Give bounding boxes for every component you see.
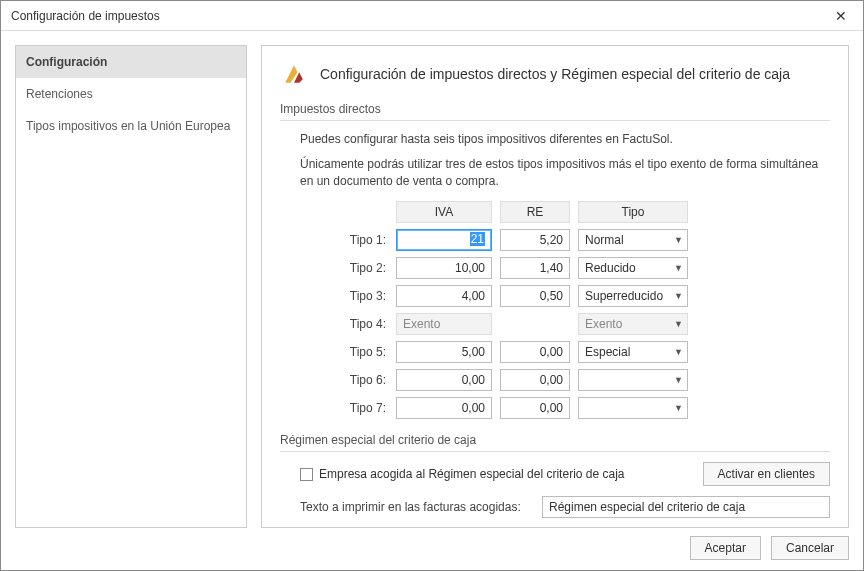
row-label: Tipo 4:: [320, 317, 396, 331]
col-header-iva: IVA: [396, 201, 492, 223]
chevron-down-icon: ▼: [674, 291, 683, 301]
sidebar-item-label: Tipos impositivos en la Unión Europea: [26, 119, 230, 133]
table-header-row: IVA RE Tipo: [320, 199, 830, 225]
col-header-tipo: Tipo: [578, 201, 688, 223]
sidebar: Configuración Retenciones Tipos impositi…: [15, 45, 247, 528]
tipo-value: Especial: [585, 345, 630, 359]
iva-input[interactable]: [396, 369, 492, 391]
checkbox-row: Empresa acogida al Régimen especial del …: [300, 462, 830, 486]
sidebar-item-label: Retenciones: [26, 87, 93, 101]
tipo-value: Exento: [585, 317, 622, 331]
row-label: Tipo 7:: [320, 401, 396, 415]
tipo-select: Exento ▼: [578, 313, 688, 335]
desc-2: Únicamente podrás utilizar tres de estos…: [300, 156, 830, 190]
titlebar: Configuración de impuestos ✕: [1, 1, 863, 31]
chevron-down-icon: ▼: [674, 235, 683, 245]
table-row: Tipo 7: ▼: [320, 395, 830, 421]
table-row: Tipo 4: Exento ▼: [320, 311, 830, 337]
tipo-select[interactable]: Normal ▼: [578, 229, 688, 251]
iva-input[interactable]: [396, 285, 492, 307]
row-label: Tipo 5:: [320, 345, 396, 359]
window-title: Configuración de impuestos: [11, 9, 160, 23]
iva-input[interactable]: [396, 341, 492, 363]
texto-label: Texto a imprimir en las facturas acogida…: [300, 500, 530, 514]
tipo-value: Superreducido: [585, 289, 663, 303]
re-input[interactable]: [500, 397, 570, 419]
tipo-select[interactable]: ▼: [578, 397, 688, 419]
re-input[interactable]: [500, 341, 570, 363]
iva-input[interactable]: [396, 257, 492, 279]
close-icon[interactable]: ✕: [818, 1, 863, 31]
table-row: Tipo 1: 21 Normal ▼: [320, 227, 830, 253]
section-impuestos-label: Impuestos directos: [280, 102, 830, 121]
ok-button[interactable]: Aceptar: [690, 536, 761, 560]
dialog-body: Configuración Retenciones Tipos impositi…: [1, 31, 863, 528]
sidebar-item-configuracion[interactable]: Configuración: [16, 46, 246, 78]
re-input[interactable]: [500, 229, 570, 251]
section-regimen: Régimen especial del criterio de caja Em…: [280, 433, 830, 518]
table-row: Tipo 2: Reducido ▼: [320, 255, 830, 281]
checkbox-empresa-acogida[interactable]: [300, 468, 313, 481]
row-label: Tipo 2:: [320, 261, 396, 275]
chevron-down-icon: ▼: [674, 263, 683, 273]
sidebar-item-tipos-ue[interactable]: Tipos impositivos en la Unión Europea: [16, 110, 246, 142]
chevron-down-icon: ▼: [674, 403, 683, 413]
texto-row: Texto a imprimir en las facturas acogida…: [300, 496, 830, 518]
chevron-down-icon: ▼: [674, 347, 683, 357]
tax-logo-icon: [280, 60, 308, 88]
sidebar-item-retenciones[interactable]: Retenciones: [16, 78, 246, 110]
iva-input[interactable]: [396, 397, 492, 419]
tipo-value: Normal: [585, 233, 624, 247]
tipo-select[interactable]: Superreducido ▼: [578, 285, 688, 307]
table-row: Tipo 6: ▼: [320, 367, 830, 393]
row-label: Tipo 1:: [320, 233, 396, 247]
tax-table: IVA RE Tipo Tipo 1: 21 Normal ▼ Tipo 2:: [320, 199, 830, 421]
cancel-button[interactable]: Cancelar: [771, 536, 849, 560]
chevron-down-icon: ▼: [674, 319, 683, 329]
chevron-down-icon: ▼: [674, 375, 683, 385]
page-title: Configuración de impuestos directos y Ré…: [320, 66, 790, 82]
tipo-select[interactable]: Especial ▼: [578, 341, 688, 363]
tipo-select[interactable]: Reducido ▼: [578, 257, 688, 279]
row-label: Tipo 6:: [320, 373, 396, 387]
main-panel: Configuración de impuestos directos y Ré…: [261, 45, 849, 528]
texto-input[interactable]: [542, 496, 830, 518]
tipo-value: Reducido: [585, 261, 636, 275]
desc-1: Puedes configurar hasta seis tipos impos…: [300, 131, 830, 148]
re-input[interactable]: [500, 257, 570, 279]
col-header-re: RE: [500, 201, 570, 223]
iva-input: [396, 313, 492, 335]
section-regimen-label: Régimen especial del criterio de caja: [280, 433, 830, 452]
tipo-select[interactable]: ▼: [578, 369, 688, 391]
main-header: Configuración de impuestos directos y Ré…: [280, 60, 830, 88]
re-input[interactable]: [500, 369, 570, 391]
sidebar-item-label: Configuración: [26, 55, 107, 69]
row-label: Tipo 3:: [320, 289, 396, 303]
dialog-footer: Aceptar Cancelar: [1, 528, 863, 568]
iva-input[interactable]: [396, 229, 492, 251]
re-input[interactable]: [500, 285, 570, 307]
activar-clientes-button[interactable]: Activar en clientes: [703, 462, 830, 486]
checkbox-label: Empresa acogida al Régimen especial del …: [319, 467, 625, 481]
table-row: Tipo 3: Superreducido ▼: [320, 283, 830, 309]
table-row: Tipo 5: Especial ▼: [320, 339, 830, 365]
